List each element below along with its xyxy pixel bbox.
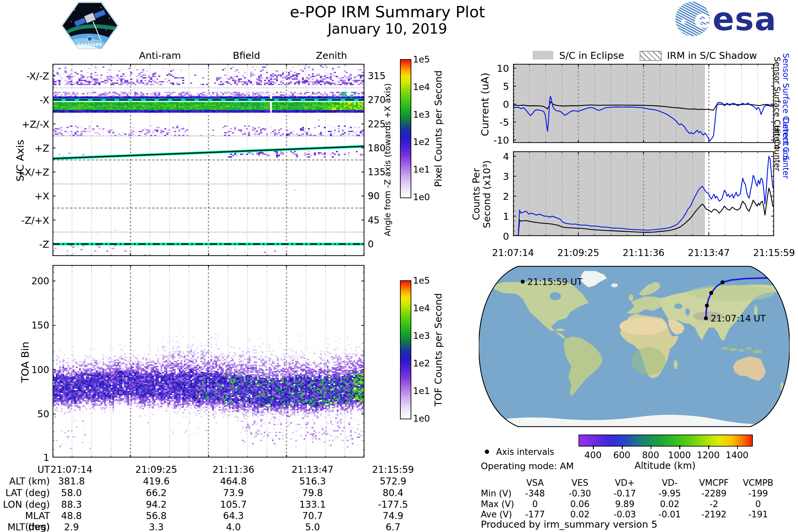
pixel-cbar-tick-1e3: 1e3 bbox=[413, 109, 436, 120]
ephemeris-cell: 58.0 bbox=[45, 488, 98, 498]
angle-tick-315: 315 bbox=[368, 71, 398, 81]
ephemeris-cell: 21:07:14 bbox=[45, 464, 98, 475]
voltage-cell: 0 bbox=[512, 499, 558, 509]
voltage-cell: -199 bbox=[735, 489, 781, 498]
sc-axis-category-+Z/-X: +Z/-X bbox=[3, 119, 49, 130]
ephemeris-cell: 6.7 bbox=[366, 522, 420, 532]
counts-plot bbox=[513, 151, 774, 236]
esa-logo: e esa bbox=[673, 1, 780, 37]
ephemeris-row-label-LAT (deg): LAT (deg) bbox=[0, 488, 50, 498]
voltage-cell: -348 bbox=[512, 489, 558, 498]
pixel-cbar-tick-1e5: 1e5 bbox=[413, 54, 436, 64]
voltage-cell: -2289 bbox=[690, 489, 737, 498]
voltage-cell: -0.01 bbox=[646, 509, 693, 519]
toa-tick-150: 150 bbox=[3, 320, 49, 331]
current-ytick--10: -10 bbox=[487, 135, 509, 146]
pixel-cbar-tick-1e4: 1e4 bbox=[413, 82, 436, 92]
sc-axis-category--Z: -Z bbox=[3, 239, 49, 250]
ephemeris-cell: -177.5 bbox=[366, 499, 420, 510]
angle-tick-45: 45 bbox=[368, 215, 398, 226]
ephemeris-cell: 64.3 bbox=[207, 510, 260, 521]
ephemeris-cell: 21:13:47 bbox=[286, 464, 339, 475]
current-ytick-5: 5 bbox=[487, 81, 509, 92]
ephemeris-cell: 21:15:59 bbox=[366, 464, 420, 475]
epop-irm-summary-page: CASSIOPE e-POP IRM Summary Plot January … bbox=[0, 0, 798, 532]
sc-axis-overlay bbox=[53, 64, 364, 256]
current-plot bbox=[513, 64, 774, 143]
axis-intervals-label: Axis intervals bbox=[496, 447, 554, 457]
toa-tick-1: 1 bbox=[3, 452, 49, 463]
right-time-tick-21:07:14: 21:07:14 bbox=[488, 247, 538, 258]
toa-tick-50: 50 bbox=[3, 408, 49, 420]
tof-cbar-tick-1e0: 1e0 bbox=[413, 413, 436, 424]
voltage-cell: -0.30 bbox=[557, 489, 603, 498]
pixel-cbar-tick-1e1: 1e1 bbox=[413, 164, 436, 174]
voltage-cell: -0.03 bbox=[602, 509, 648, 519]
map-end-time-label: 21:15:59 UT bbox=[527, 277, 583, 287]
voltage-cell: 9.89 bbox=[602, 499, 648, 509]
sc-axis-category--X: -X bbox=[3, 94, 49, 106]
alt-tick-mark-1400 bbox=[737, 445, 738, 449]
detect-counter-label: Detect Counter bbox=[781, 98, 790, 198]
produced-by-note: Produced by irm_summary version 5 bbox=[481, 519, 657, 530]
ephemeris-cell: 79.8 bbox=[286, 488, 339, 498]
ephemeris-cell: 70.7 bbox=[286, 510, 339, 521]
voltage-cell: -0.17 bbox=[602, 489, 648, 498]
tof-cbar-tick-1e1: 1e1 bbox=[413, 386, 436, 396]
esa-wordmark: esa bbox=[712, 1, 777, 37]
counts-ytick-0: 0 bbox=[487, 231, 509, 242]
page-date: January 10, 2019 bbox=[233, 21, 542, 37]
counts-ytick-3: 3 bbox=[487, 171, 509, 182]
ephemeris-row-label-ALT (km): ALT (km) bbox=[0, 476, 50, 487]
ephemeris-cell: 105.7 bbox=[207, 499, 260, 510]
ephemeris-cell: 21:11:36 bbox=[207, 464, 260, 475]
ephemeris-cell: 464.8 bbox=[207, 476, 260, 487]
shadow-label: IRM in S/C Shadow bbox=[667, 50, 757, 61]
ephemeris-cell: 73.9 bbox=[207, 488, 260, 498]
cassiope-mission-patch: CASSIOPE bbox=[61, 2, 119, 49]
toa-tick-100: 100 bbox=[3, 364, 49, 375]
current-ytick-0: 0 bbox=[487, 99, 509, 110]
anti-ram-label: Anti-ram bbox=[139, 50, 181, 61]
page-title: e-POP IRM Summary Plot bbox=[233, 3, 542, 21]
ephemeris-cell: 381.8 bbox=[45, 476, 98, 487]
alt-tick-mark-400 bbox=[593, 445, 594, 449]
angle-tick-225: 225 bbox=[368, 119, 398, 130]
ephemeris-cell: 74.9 bbox=[366, 510, 420, 521]
voltage-col-header-VES: VES bbox=[557, 478, 603, 488]
ephemeris-cell: 88.3 bbox=[45, 499, 98, 510]
toa-ylabel: TOA Bin bbox=[19, 329, 31, 395]
voltage-cell: -191 bbox=[735, 509, 781, 519]
voltage-col-header-VD+: VD+ bbox=[602, 478, 648, 488]
ephemeris-cell: 80.4 bbox=[366, 488, 420, 498]
altitude-colorbar bbox=[578, 435, 753, 446]
ephemeris-cell: 3.3 bbox=[130, 522, 183, 532]
counts-ytick-2: 2 bbox=[487, 191, 509, 202]
operating-mode-label: Operating mode: AM bbox=[481, 461, 574, 471]
tof-cbar-tick-1e4: 1e4 bbox=[413, 303, 436, 313]
sc-axis-category-+Z: +Z bbox=[3, 142, 49, 154]
shadow-swatch bbox=[640, 51, 662, 61]
pixel-cbar-tick-1e0: 1e0 bbox=[413, 192, 436, 202]
tof-cbar-tick-1e3: 1e3 bbox=[413, 330, 436, 341]
voltage-cell: 0.02 bbox=[557, 509, 603, 519]
eclipse-swatch bbox=[533, 51, 553, 59]
voltage-cell: 0.02 bbox=[646, 499, 693, 509]
counts-ytick-1: 1 bbox=[487, 211, 509, 222]
voltage-col-header-VSA: VSA bbox=[512, 478, 558, 488]
ephemeris-cell: 4.0 bbox=[207, 522, 260, 532]
tof-counts-colorbar bbox=[400, 280, 411, 419]
voltage-cell: -9.95 bbox=[646, 489, 693, 498]
eclipse-legend: S/C in Eclipse IRM in S/C Shadow bbox=[533, 50, 785, 60]
map-start-time-label: 21:07:14 UT bbox=[710, 313, 766, 324]
sc-axis-ylabel: S/C Axis bbox=[14, 127, 26, 194]
counts-ytick-4: 4 bbox=[487, 151, 509, 162]
bfield-label: Bfield bbox=[233, 50, 260, 61]
voltage-cell: -177 bbox=[512, 509, 558, 519]
alt-tick-label-1400: 1400 bbox=[717, 450, 757, 460]
ephemeris-row-label-LON (deg): LON (deg) bbox=[0, 499, 50, 510]
angle-tick-180: 180 bbox=[368, 142, 398, 154]
right-time-tick-21:13:47: 21:13:47 bbox=[684, 247, 734, 258]
pixel-counts-colorbar bbox=[400, 59, 411, 198]
voltage-col-header-VCMPB: VCMPB bbox=[735, 478, 781, 488]
